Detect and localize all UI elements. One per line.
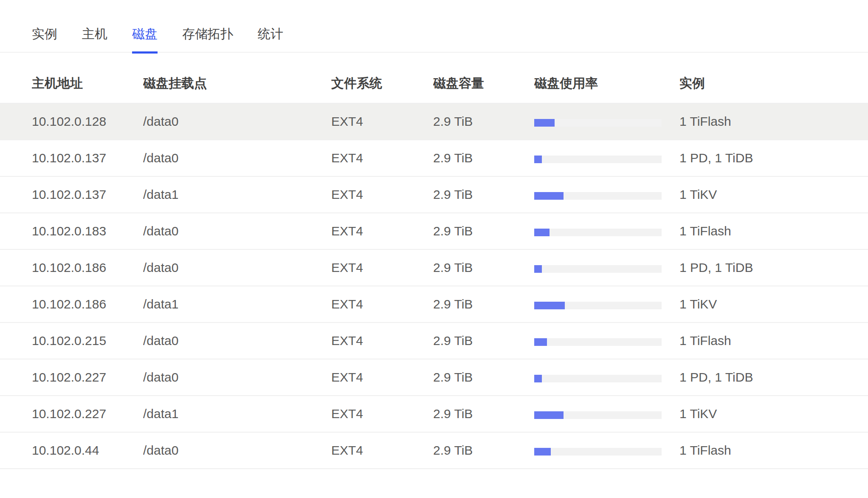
mount-point-cell: /data0 bbox=[143, 334, 331, 348]
mount-point-cell: /data0 bbox=[143, 260, 331, 275]
usage-bar-track bbox=[534, 192, 662, 200]
mount-point-cell: /data0 bbox=[143, 370, 331, 385]
usage-bar-fill bbox=[534, 375, 542, 382]
filesystem-cell: EXT4 bbox=[331, 334, 433, 348]
column-header-0: 主机地址 bbox=[32, 75, 143, 92]
tab-4[interactable]: 统计 bbox=[258, 28, 283, 52]
capacity-cell: 2.9 TiB bbox=[433, 114, 534, 129]
mount-point-cell: /data1 bbox=[143, 407, 331, 421]
host-address-cell: 10.102.0.183 bbox=[32, 224, 143, 238]
tab-bar: 实例 主机 磁盘 存储拓扑 统计 bbox=[0, 0, 868, 53]
usage-bar-track bbox=[534, 265, 662, 273]
instances-cell: 1 TiKV bbox=[679, 297, 868, 311]
usage-bar-cell bbox=[534, 372, 679, 382]
usage-bar-cell bbox=[534, 299, 679, 309]
table-row: 10.102.0.215 /data0 EXT4 2.9 TiB 1 TiFla… bbox=[0, 323, 868, 359]
tab-2-active[interactable]: 磁盘 bbox=[132, 28, 158, 52]
host-address-cell: 10.102.0.186 bbox=[32, 260, 143, 275]
instances-cell: 1 TiFlash bbox=[679, 443, 868, 458]
table-row: 10.102.0.183 /data0 EXT4 2.9 TiB 1 TiFla… bbox=[0, 213, 868, 250]
table-body: 10.102.0.128 /data0 EXT4 2.9 TiB 1 TiFla… bbox=[0, 104, 868, 469]
filesystem-cell: EXT4 bbox=[331, 260, 433, 275]
host-address-cell: 10.102.0.137 bbox=[32, 151, 143, 165]
usage-bar-track bbox=[534, 119, 662, 127]
usage-bar-cell bbox=[534, 153, 679, 163]
usage-bar-fill bbox=[534, 192, 564, 200]
tab-1[interactable]: 主机 bbox=[82, 28, 107, 52]
host-address-cell: 10.102.0.44 bbox=[32, 443, 143, 458]
usage-bar-track bbox=[534, 229, 662, 236]
filesystem-cell: EXT4 bbox=[331, 224, 433, 238]
filesystem-cell: EXT4 bbox=[331, 407, 433, 421]
column-header-2: 文件系统 bbox=[331, 75, 433, 92]
filesystem-cell: EXT4 bbox=[331, 187, 433, 202]
host-address-cell: 10.102.0.227 bbox=[32, 370, 143, 385]
mount-point-cell: /data1 bbox=[143, 187, 331, 202]
table-row: 10.102.0.137 /data0 EXT4 2.9 TiB 1 PD, 1… bbox=[0, 140, 868, 177]
instances-cell: 1 PD, 1 TiDB bbox=[679, 370, 868, 385]
usage-bar-fill bbox=[534, 302, 565, 309]
disks-table: 主机地址 磁盘挂载点 文件系统 磁盘容量 磁盘使用率 实例 10.102.0.1… bbox=[0, 53, 868, 469]
mount-point-cell: /data0 bbox=[143, 224, 331, 238]
table-row: 10.102.0.227 /data1 EXT4 2.9 TiB 1 TiKV bbox=[0, 396, 868, 433]
usage-bar-track bbox=[534, 375, 662, 382]
filesystem-cell: EXT4 bbox=[331, 370, 433, 385]
usage-bar-track bbox=[534, 302, 662, 309]
tab-0[interactable]: 实例 bbox=[32, 28, 57, 52]
instances-cell: 1 TiFlash bbox=[679, 224, 868, 238]
capacity-cell: 2.9 TiB bbox=[433, 297, 534, 311]
host-address-cell: 10.102.0.227 bbox=[32, 407, 143, 421]
mount-point-cell: /data1 bbox=[143, 297, 331, 311]
host-address-cell: 10.102.0.215 bbox=[32, 334, 143, 348]
usage-bar-cell bbox=[534, 336, 679, 346]
usage-bar-fill bbox=[534, 119, 555, 127]
usage-bar-track bbox=[534, 411, 662, 419]
column-header-4: 磁盘使用率 bbox=[534, 75, 679, 92]
table-row: 10.102.0.128 /data0 EXT4 2.9 TiB 1 TiFla… bbox=[0, 104, 868, 140]
usage-bar-fill bbox=[534, 411, 564, 419]
usage-bar-cell bbox=[534, 445, 679, 456]
capacity-cell: 2.9 TiB bbox=[433, 443, 534, 458]
usage-bar-cell bbox=[534, 190, 679, 200]
usage-bar-track bbox=[534, 156, 662, 163]
instances-cell: 1 TiFlash bbox=[679, 114, 868, 129]
capacity-cell: 2.9 TiB bbox=[433, 187, 534, 202]
capacity-cell: 2.9 TiB bbox=[433, 370, 534, 385]
capacity-cell: 2.9 TiB bbox=[433, 224, 534, 238]
cluster-info-disk-page: 实例 主机 磁盘 存储拓扑 统计 主机地址 磁盘挂载点 文件系统 磁盘容量 磁盘… bbox=[0, 0, 868, 469]
usage-bar-cell bbox=[534, 263, 679, 273]
usage-bar-cell bbox=[534, 226, 679, 236]
mount-point-cell: /data0 bbox=[143, 443, 331, 458]
capacity-cell: 2.9 TiB bbox=[433, 151, 534, 165]
column-header-5: 实例 bbox=[679, 75, 868, 92]
column-header-3: 磁盘容量 bbox=[433, 75, 534, 92]
mount-point-cell: /data0 bbox=[143, 114, 331, 129]
usage-bar-fill bbox=[534, 448, 551, 456]
filesystem-cell: EXT4 bbox=[331, 151, 433, 165]
instances-cell: 1 PD, 1 TiDB bbox=[679, 151, 868, 165]
filesystem-cell: EXT4 bbox=[331, 297, 433, 311]
instances-cell: 1 TiKV bbox=[679, 187, 868, 202]
table-row: 10.102.0.44 /data0 EXT4 2.9 TiB 1 TiFlas… bbox=[0, 433, 868, 469]
instances-cell: 1 TiKV bbox=[679, 407, 868, 421]
capacity-cell: 2.9 TiB bbox=[433, 334, 534, 348]
usage-bar-fill bbox=[534, 338, 547, 346]
host-address-cell: 10.102.0.137 bbox=[32, 187, 143, 202]
table-row: 10.102.0.186 /data1 EXT4 2.9 TiB 1 TiKV bbox=[0, 286, 868, 323]
table-row: 10.102.0.137 /data1 EXT4 2.9 TiB 1 TiKV bbox=[0, 177, 868, 213]
usage-bar-fill bbox=[534, 156, 542, 163]
table-row: 10.102.0.227 /data0 EXT4 2.9 TiB 1 PD, 1… bbox=[0, 359, 868, 396]
capacity-cell: 2.9 TiB bbox=[433, 260, 534, 275]
tab-3[interactable]: 存储拓扑 bbox=[182, 28, 233, 52]
host-address-cell: 10.102.0.128 bbox=[32, 114, 143, 129]
filesystem-cell: EXT4 bbox=[331, 443, 433, 458]
column-header-1: 磁盘挂载点 bbox=[143, 75, 331, 92]
host-address-cell: 10.102.0.186 bbox=[32, 297, 143, 311]
table-header-row: 主机地址 磁盘挂载点 文件系统 磁盘容量 磁盘使用率 实例 bbox=[0, 53, 868, 104]
usage-bar-track bbox=[534, 448, 662, 456]
filesystem-cell: EXT4 bbox=[331, 114, 433, 129]
usage-bar-fill bbox=[534, 229, 550, 236]
instances-cell: 1 PD, 1 TiDB bbox=[679, 260, 868, 275]
mount-point-cell: /data0 bbox=[143, 151, 331, 165]
table-row: 10.102.0.186 /data0 EXT4 2.9 TiB 1 PD, 1… bbox=[0, 250, 868, 286]
